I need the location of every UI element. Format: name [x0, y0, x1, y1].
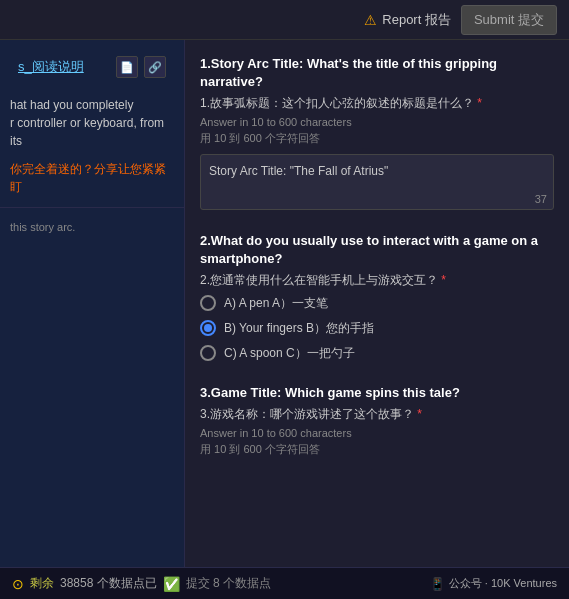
q1-title-cn: 1.故事弧标题：这个扣人心弦的叙述的标题是什么？ * [200, 95, 554, 112]
q3-title-cn: 3.游戏名称：哪个游戏讲述了这个故事？ * [200, 406, 554, 423]
status-points-text: 38858 个数据点已 [60, 575, 157, 592]
q2-radio-b-circle [200, 320, 216, 336]
q2-required-star: * [441, 273, 446, 287]
warning-icon: ⚠ [364, 12, 377, 28]
status-right: 📱 公众号 · 10K Ventures [430, 576, 557, 591]
main-layout: s_阅读说明 📄 🔗 hat had you completely r cont… [0, 40, 569, 567]
status-submit-info: 提交 8 个数据点 [186, 575, 271, 592]
status-left: ⊙ 剩余 38858 个数据点已 ✅ 提交 8 个数据点 [12, 575, 271, 592]
wechat-icon: 📱 [430, 577, 445, 591]
sidebar-bottom-text: this story arc. [0, 214, 184, 241]
q1-char-count: 37 [535, 193, 547, 205]
q2-radio-c-circle [200, 345, 216, 361]
question-1-block: 1.Story Arc Title: What's the title of t… [200, 55, 554, 210]
sidebar-title: s_阅读说明 [8, 52, 94, 82]
question-3-block: 3.Game Title: Which game spins this tale… [200, 384, 554, 457]
q1-hint-cn: 用 10 到 600 个字符回答 [200, 131, 554, 146]
q3-required-star: * [417, 407, 422, 421]
report-button[interactable]: ⚠ Report 报告 [364, 11, 451, 29]
status-username: 剩余 [30, 575, 54, 592]
header-bar: ⚠ Report 报告 Submit 提交 [0, 0, 569, 40]
q2-option-b-label: B) Your fingers B）您的手指 [224, 320, 374, 337]
sidebar-icon-doc[interactable]: 📄 [116, 56, 138, 78]
q2-title-cn: 2.您通常使用什么在智能手机上与游戏交互？ * [200, 272, 554, 289]
q1-hint-en: Answer in 10 to 600 characters [200, 116, 554, 128]
q2-option-c[interactable]: C) A spoon C）一把勺子 [200, 345, 554, 362]
q3-hint-cn: 用 10 到 600 个字符回答 [200, 442, 554, 457]
q2-radio-a-circle [200, 295, 216, 311]
q3-hint-en: Answer in 10 to 600 characters [200, 427, 554, 439]
sidebar: s_阅读说明 📄 🔗 hat had you completely r cont… [0, 40, 185, 567]
q2-title-en: 2.What do you usually use to interact wi… [200, 232, 554, 268]
q2-radio-b-inner [204, 324, 212, 332]
q1-input-wrapper: Story Arc Title: "The Fall of Atrius" 37 [200, 154, 554, 210]
q2-option-a-label: A) A pen A）一支笔 [224, 295, 328, 312]
sidebar-divider [0, 207, 184, 208]
q2-option-c-label: C) A spoon C）一把勺子 [224, 345, 355, 362]
q1-title-en: 1.Story Arc Title: What's the title of t… [200, 55, 554, 91]
submit-check-icon: ✅ [163, 576, 180, 592]
q1-required-star: * [477, 96, 482, 110]
q2-radio-group: A) A pen A）一支笔 B) Your fingers B）您的手指 C)… [200, 295, 554, 362]
brand-text: 公众号 · 10K Ventures [449, 576, 557, 591]
status-bar: ⊙ 剩余 38858 个数据点已 ✅ 提交 8 个数据点 📱 公众号 · 10K… [0, 567, 569, 599]
sidebar-icon-link[interactable]: 🔗 [144, 56, 166, 78]
q2-option-b[interactable]: B) Your fingers B）您的手指 [200, 320, 554, 337]
sidebar-highlight: 你完全着迷的？分享让您紧紧盯 [0, 155, 184, 201]
report-label: Report 报告 [382, 11, 451, 29]
sidebar-icons: 📄 🔗 [106, 52, 176, 82]
question-2-block: 2.What do you usually use to interact wi… [200, 232, 554, 362]
q3-title-en: 3.Game Title: Which game spins this tale… [200, 384, 554, 402]
content-area: 1.Story Arc Title: What's the title of t… [185, 40, 569, 567]
submit-button[interactable]: Submit 提交 [461, 5, 557, 35]
coin-icon: ⊙ [12, 576, 24, 592]
q2-option-a[interactable]: A) A pen A）一支笔 [200, 295, 554, 312]
sidebar-text-1: hat had you completely r controller or k… [0, 86, 184, 155]
q1-text-input[interactable]: Story Arc Title: "The Fall of Atrius" [209, 163, 515, 197]
